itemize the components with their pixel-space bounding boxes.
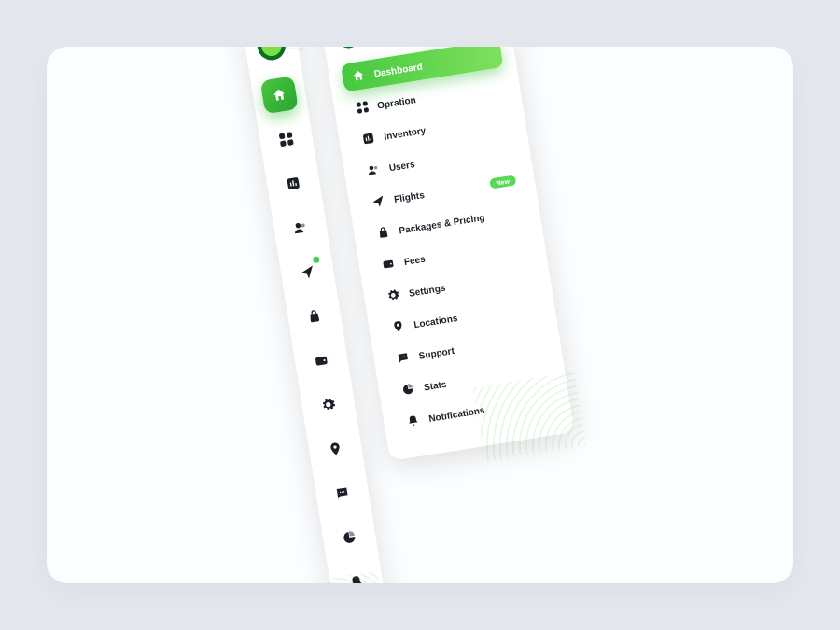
grid-icon <box>279 132 294 147</box>
chart-icon <box>285 175 301 191</box>
svg-point-16 <box>369 165 373 170</box>
new-badge: New <box>489 174 517 188</box>
sidebar-expanded: ⚡ kiwi Dashboard Opration Inventory User… <box>319 47 575 461</box>
nav-label: Users <box>388 158 415 172</box>
pie-icon <box>341 528 357 545</box>
nav-label: Stats <box>423 378 447 392</box>
nav-label: Settings <box>408 282 446 298</box>
plane-icon <box>371 193 385 208</box>
pie-icon <box>400 382 415 397</box>
chart-icon <box>361 131 376 146</box>
users-icon <box>292 218 309 235</box>
grid-icon <box>357 101 370 114</box>
users-icon <box>366 162 381 177</box>
pin-icon <box>391 318 406 333</box>
nav-label: Fees <box>403 253 426 266</box>
nav-label: Inventory <box>384 124 427 141</box>
sidebar-icon-support[interactable] <box>323 473 361 511</box>
sidebar-icon-settings[interactable] <box>309 385 347 424</box>
nav-label: Locations <box>413 312 458 329</box>
sidebar-icon-notifications[interactable] <box>337 562 375 583</box>
sidebar-icon-inventory[interactable] <box>274 164 313 203</box>
svg-rect-6 <box>315 356 328 365</box>
home-icon <box>351 68 366 83</box>
sidebar-icon-stats[interactable] <box>330 518 369 556</box>
sidebar-icon-dashboard[interactable] <box>260 76 299 114</box>
nav-label: Notifications <box>428 404 486 423</box>
home-icon <box>271 86 287 103</box>
gear-icon <box>385 287 400 302</box>
brand-logo-icon: ⚡ <box>334 47 362 49</box>
svg-rect-18 <box>383 259 394 268</box>
nav-label: Packages & Pricing <box>399 211 485 234</box>
new-dot-indicator <box>313 256 320 263</box>
nav-label: Support <box>418 344 455 360</box>
nav-label: Opration <box>376 93 416 109</box>
bell-icon <box>406 413 421 427</box>
bag-icon <box>376 225 391 240</box>
chat-icon <box>334 484 351 501</box>
plane-icon <box>299 263 315 280</box>
sidebar-icon-flights[interactable] <box>288 252 327 290</box>
bell-icon <box>348 573 365 583</box>
brand-logo-icon: ⚡ <box>256 47 287 62</box>
design-frame: ⚡ <box>47 47 793 583</box>
bag-icon <box>306 307 323 324</box>
sidebar-icon-fees[interactable] <box>302 341 341 379</box>
sidebar-icon-packages[interactable] <box>295 297 333 335</box>
gear-icon <box>320 396 337 413</box>
wallet-icon <box>381 256 396 271</box>
sidebar-icon-users[interactable] <box>281 208 319 246</box>
nav-label: Flights <box>393 189 425 203</box>
nav-label: Dashboard <box>373 61 423 78</box>
svg-point-4 <box>295 222 301 228</box>
wallet-icon <box>313 352 329 369</box>
svg-point-17 <box>374 165 378 169</box>
sidebar-icon-locations[interactable] <box>316 429 355 468</box>
sidebar-icon-opration[interactable] <box>267 119 305 158</box>
svg-point-5 <box>301 223 305 228</box>
chat-icon <box>396 350 411 365</box>
pin-icon <box>327 440 343 456</box>
